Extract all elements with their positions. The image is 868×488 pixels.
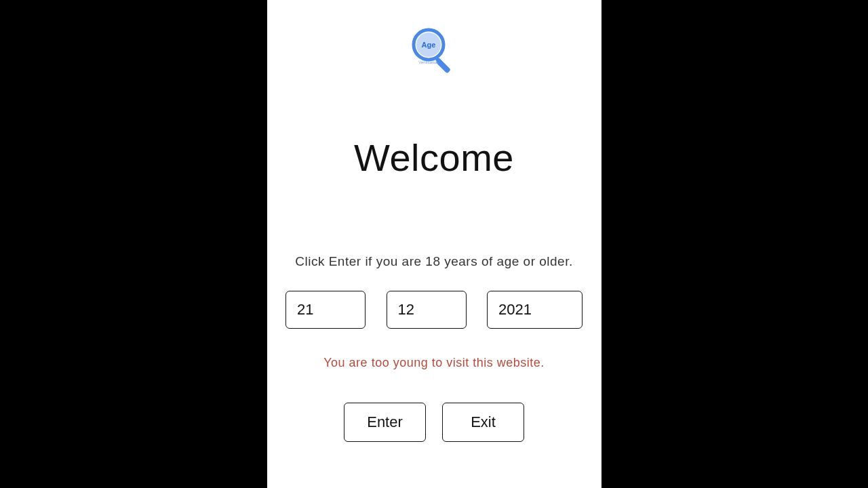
instruction-text: Click Enter if you are 18 years of age o… xyxy=(295,254,572,269)
enter-button[interactable]: Enter xyxy=(344,403,426,442)
year-input[interactable] xyxy=(487,291,583,329)
error-message: You are too young to visit this website. xyxy=(323,356,545,370)
welcome-heading: Welcome xyxy=(354,136,514,180)
date-input-group xyxy=(285,291,583,329)
button-group: Enter Exit xyxy=(344,403,524,442)
svg-text:Age: Age xyxy=(422,41,436,49)
logo-container: Age Verification xyxy=(410,26,458,75)
svg-text:Verification: Verification xyxy=(418,60,438,64)
month-input[interactable] xyxy=(387,291,467,329)
exit-button[interactable]: Exit xyxy=(442,403,524,442)
age-verification-logo-icon: Age Verification xyxy=(410,26,458,75)
age-verification-modal: Age Verification Welcome Click Enter if … xyxy=(267,0,601,488)
day-input[interactable] xyxy=(285,291,366,329)
